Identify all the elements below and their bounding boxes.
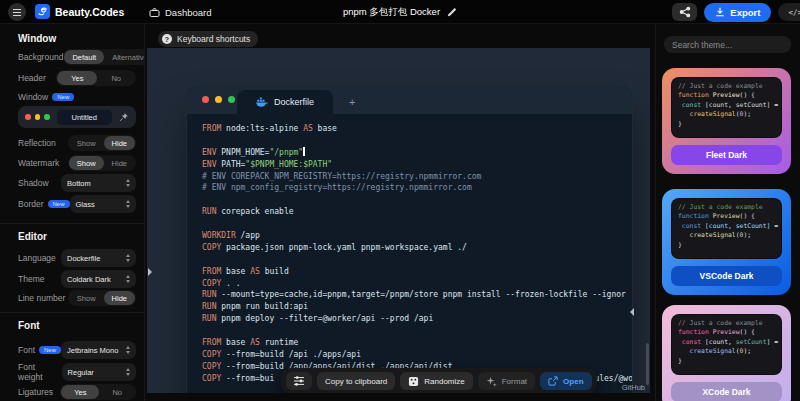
format-button-label: Format <box>502 377 527 386</box>
theme-apply-button[interactable]: Fleet Dark <box>671 145 782 165</box>
edit-title-icon[interactable] <box>447 7 457 17</box>
new-tab-button[interactable]: + <box>349 90 355 114</box>
pin-icon[interactable] <box>119 112 129 122</box>
theme-card-xcode-dark[interactable]: // Just a code examplefunction Preview()… <box>662 305 791 401</box>
adjustments-button[interactable] <box>286 372 312 390</box>
reflection-option-hide[interactable]: Hide <box>104 136 135 150</box>
setting-label: Shadow <box>18 178 49 188</box>
ligatures-option-no[interactable]: No <box>99 385 135 399</box>
setting-label: Header <box>18 73 46 83</box>
theme-card-fleet-dark[interactable]: // Just a code examplefunction Preview()… <box>662 68 791 174</box>
language-select[interactable]: Dockerfile <box>61 249 136 267</box>
window-name-input[interactable]: Untitled <box>57 110 113 125</box>
export-button-label: Export <box>730 7 760 18</box>
canvas-area: ? Keyboard shortcuts Dockerfile + FROM n… <box>145 24 655 401</box>
watermark-option-show[interactable]: Show <box>69 156 104 170</box>
setting-row-line-number: Line number Show Hide <box>18 290 136 306</box>
setting-label: Font New <box>18 345 61 355</box>
open-button-label: Open <box>563 377 583 386</box>
watermark-segmented-control: Show Hide <box>68 155 136 171</box>
theme-search-input[interactable] <box>664 36 791 53</box>
setting-label: Ligatures <box>18 387 53 397</box>
docker-whale-icon <box>256 97 268 107</box>
sparkles-icon <box>486 376 497 387</box>
font-select[interactable]: Jetbrains Mono <box>61 341 136 359</box>
setting-row-border: Border New Glass <box>18 195 136 213</box>
theme-apply-button[interactable]: VSCode Dark <box>671 266 782 286</box>
setting-row-font-weight: Font weight Regular <box>18 363 136 381</box>
code-badge-label: </> <box>788 8 800 17</box>
code-window[interactable]: Dockerfile + FROM node:lts-alpine AS bas… <box>186 85 633 393</box>
question-icon: ? <box>162 34 172 44</box>
setting-label: Line number <box>18 293 65 303</box>
reflection-option-show[interactable]: Show <box>69 136 104 150</box>
chevron-updown-icon <box>126 275 130 283</box>
chevron-updown-icon <box>126 368 130 376</box>
chevron-updown-icon <box>126 200 130 208</box>
line-number-segmented-control: Show Hide <box>68 290 136 306</box>
line-number-option-show[interactable]: Show <box>69 291 104 305</box>
collapse-left-panel-handle[interactable] <box>148 268 152 276</box>
window-name-value: Untitled <box>72 113 97 122</box>
sidebar-divider <box>0 312 144 313</box>
background-option-alternative[interactable]: Alternative <box>104 50 145 64</box>
setting-row-reflection: Reflection Show Hide <box>18 135 136 151</box>
beauty-codes-app: Beauty.Codes Dashboard pnpm 多包打包 Docker … <box>0 0 800 401</box>
header-option-yes[interactable]: Yes <box>57 71 97 85</box>
setting-label: Watermark <box>18 158 59 168</box>
randomize-button[interactable]: Randomize <box>400 372 472 390</box>
theme-apply-button[interactable]: XCode Dark <box>671 382 782 401</box>
top-bar: Beauty.Codes Dashboard pnpm 多包打包 Docker … <box>0 0 800 24</box>
code-snippet-badge[interactable]: </> <box>778 3 800 21</box>
tab-dockerfile[interactable]: Dockerfile <box>237 90 333 114</box>
setting-row-window-label: Window New <box>18 91 136 103</box>
new-badge: New <box>48 200 70 208</box>
hamburger-menu-button[interactable] <box>8 3 26 21</box>
setting-label: Border New <box>18 199 70 209</box>
canvas-scrollbar[interactable] <box>646 343 649 385</box>
dashboard-icon <box>149 7 160 18</box>
theme-preview-code: // Just a code examplefunction Preview()… <box>671 198 782 259</box>
document-title-group: pnpm 多包打包 Docker <box>343 0 457 24</box>
theme-preview-code: // Just a code examplefunction Preview()… <box>671 77 782 138</box>
brand-logo-icon[interactable] <box>35 4 50 19</box>
watermark-option-hide[interactable]: Hide <box>104 156 135 170</box>
header-option-no[interactable]: No <box>97 71 135 85</box>
new-badge: New <box>39 346 61 354</box>
window-title-control[interactable]: Untitled <box>18 106 136 128</box>
font-weight-select[interactable]: Regular <box>62 363 136 381</box>
canvas-toolbar: Copy to clipboard Randomize Format Open <box>281 368 597 393</box>
export-button[interactable]: Export <box>704 3 771 22</box>
ligatures-segmented-control: Yes No <box>60 384 136 400</box>
setting-row-ligatures: Ligatures Yes No <box>18 384 136 400</box>
copy-to-clipboard-button[interactable]: Copy to clipboard <box>317 372 395 390</box>
setting-label: Theme <box>18 274 44 284</box>
section-title-font: Font <box>18 320 40 331</box>
setting-label: Font weight <box>18 362 62 382</box>
keyboard-shortcuts-button[interactable]: ? Keyboard shortcuts <box>158 31 258 47</box>
theme-select[interactable]: Coldark Dark <box>61 270 136 288</box>
tab-label: Dockerfile <box>274 97 314 107</box>
screenshot-preview: Dockerfile + FROM node:lts-alpine AS bas… <box>147 48 650 393</box>
background-option-default[interactable]: Default <box>64 50 104 64</box>
theme-card-vscode-dark[interactable]: // Just a code examplefunction Preview()… <box>662 189 791 295</box>
code-editor[interactable]: FROM node:lts-alpine AS base ENV PNPM_HO… <box>187 114 632 385</box>
sliders-icon <box>293 375 305 387</box>
border-select[interactable]: Glass <box>70 195 136 213</box>
nav-dashboard-label: Dashboard <box>165 7 211 18</box>
line-number-option-hide[interactable]: Hide <box>104 291 135 305</box>
shadow-select[interactable]: Bottom <box>61 174 136 192</box>
setting-row-language: Language Dockerfile <box>18 249 136 267</box>
format-button[interactable]: Format <box>478 372 535 390</box>
window-resize-handle[interactable] <box>630 308 634 316</box>
randomize-button-label: Randomize <box>424 377 464 386</box>
ligatures-option-yes[interactable]: Yes <box>61 385 99 399</box>
open-button[interactable]: Open <box>540 372 591 390</box>
keyboard-shortcuts-label: Keyboard shortcuts <box>177 34 250 44</box>
theme-preview-code: // Just a code examplefunction Preview()… <box>671 314 782 375</box>
share-button[interactable] <box>672 3 697 21</box>
copy-button-label: Copy to clipboard <box>325 377 387 386</box>
nav-dashboard[interactable]: Dashboard <box>149 0 211 24</box>
font-select-value: Jetbrains Mono <box>67 346 118 355</box>
brand-name: Beauty.Codes <box>55 6 124 18</box>
